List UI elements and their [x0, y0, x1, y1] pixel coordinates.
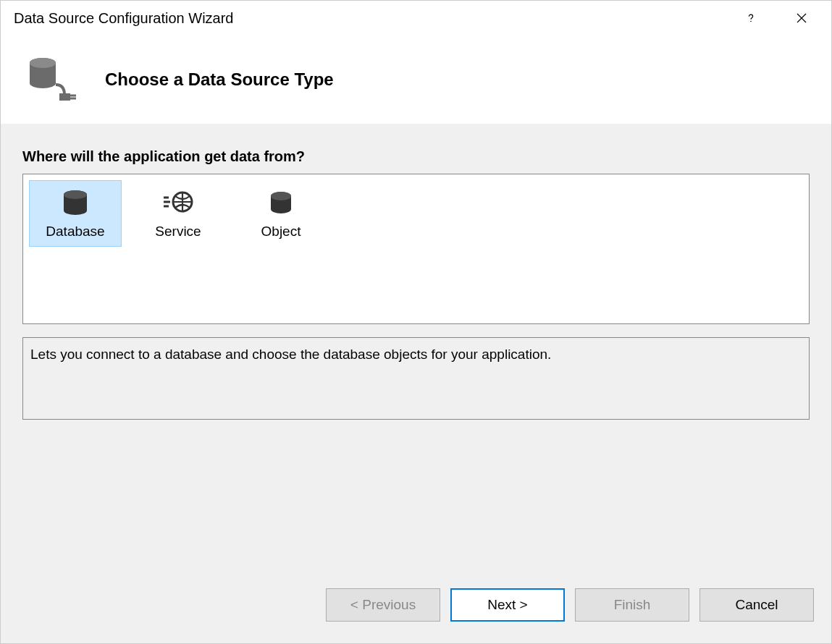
step-title: Choose a Data Source Type	[105, 69, 334, 90]
object-icon	[265, 187, 297, 219]
service-icon	[162, 187, 194, 219]
close-button[interactable]	[785, 5, 818, 31]
svg-point-7	[271, 192, 291, 200]
type-item-object[interactable]: Object	[235, 180, 327, 247]
type-item-database[interactable]: Database	[29, 180, 122, 247]
wizard-footer: < Previous Next > Finish Cancel	[1, 578, 831, 643]
help-button[interactable]	[734, 5, 768, 31]
svg-point-0	[750, 21, 752, 22]
help-icon	[746, 13, 756, 23]
type-item-service[interactable]: Service	[132, 180, 224, 247]
title-bar: Data Source Configuration Wizard	[1, 1, 831, 35]
data-source-type-list: Database Service Object	[22, 174, 810, 324]
finish-button[interactable]: Finish	[575, 588, 689, 622]
type-item-label: Service	[155, 224, 201, 240]
svg-point-4	[64, 190, 87, 199]
type-item-label: Database	[46, 224, 104, 240]
cancel-button[interactable]: Cancel	[699, 588, 814, 622]
previous-button[interactable]: < Previous	[326, 588, 440, 622]
close-icon	[797, 13, 807, 23]
window-title: Data Source Configuration Wizard	[14, 10, 734, 27]
wizard-header-icon	[22, 51, 79, 108]
wizard-header: Choose a Data Source Type	[1, 35, 831, 124]
next-button[interactable]: Next >	[450, 588, 565, 622]
database-icon	[59, 187, 91, 219]
content-area: Where will the application get data from…	[1, 124, 831, 578]
content-prompt: Where will the application get data from…	[22, 148, 810, 165]
description-text: Lets you connect to a database and choos…	[30, 347, 551, 362]
svg-point-2	[30, 58, 56, 68]
database-plug-icon	[22, 51, 79, 108]
type-item-label: Object	[261, 224, 301, 240]
description-box: Lets you connect to a database and choos…	[22, 337, 810, 420]
